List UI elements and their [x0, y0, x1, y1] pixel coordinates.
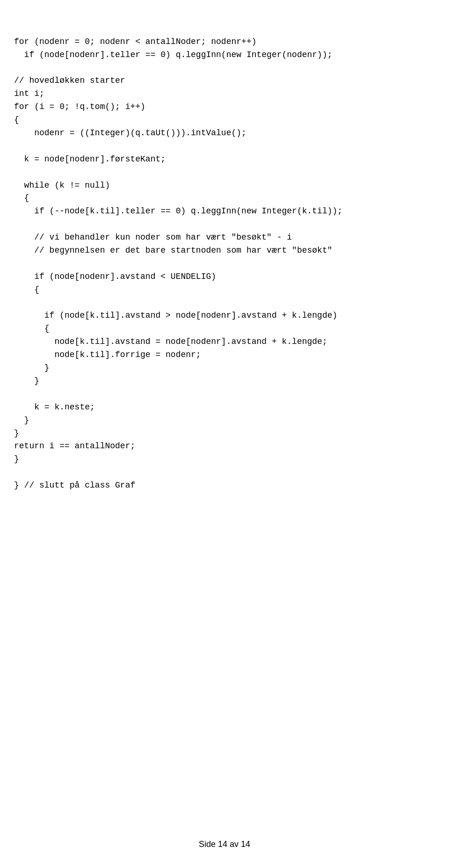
code-line: {	[14, 284, 435, 297]
code-line: nodenr = ((Integer)(q.taUt())).intValue(…	[14, 127, 435, 140]
code-line: while (k != null)	[14, 179, 435, 192]
code-line: if (node[nodenr].avstand < UENDELIG)	[14, 270, 435, 284]
code-line: // vi behandler kun noder som har vært "…	[14, 231, 435, 244]
code-line: node[k.til].forrige = nodenr;	[14, 349, 435, 362]
code-line: return i == antallNoder;	[14, 440, 435, 453]
code-line	[14, 140, 435, 153]
code-line	[14, 62, 435, 75]
page-footer: Side 14 av 14	[0, 839, 449, 849]
code-line: if (--node[k.til].teller == 0) q.leggInn…	[14, 205, 435, 218]
code-line: // hovedløkken starter	[14, 74, 435, 88]
code-line: if (node[nodenr].teller == 0) q.leggInn(…	[14, 49, 435, 62]
code-content: for (nodenr = 0; nodenr < antallNoder; n…	[14, 36, 435, 492]
page-number: Side 14 av 14	[199, 839, 250, 849]
code-block: for (nodenr = 0; nodenr < antallNoder; n…	[0, 0, 449, 552]
code-line	[14, 218, 435, 231]
code-line: }	[14, 427, 435, 440]
code-line	[14, 257, 435, 270]
code-line: }	[14, 453, 435, 466]
code-line: // begynnelsen er det bare startnoden so…	[14, 244, 435, 257]
code-line: {	[14, 114, 435, 127]
code-line: }	[14, 414, 435, 427]
code-line	[14, 166, 435, 179]
code-line	[14, 297, 435, 310]
code-line: }	[14, 362, 435, 375]
code-line: for (i = 0; !q.tom(); i++)	[14, 101, 435, 114]
code-line: } // slutt på class Graf	[14, 479, 435, 492]
code-line: int i;	[14, 88, 435, 101]
code-line: if (node[k.til].avstand > node[nodenr].a…	[14, 309, 435, 322]
code-line: node[k.til].avstand = node[nodenr].avsta…	[14, 336, 435, 349]
code-line: k = k.neste;	[14, 401, 435, 414]
code-line: for (nodenr = 0; nodenr < antallNoder; n…	[14, 36, 435, 49]
code-line	[14, 466, 435, 479]
code-line: {	[14, 322, 435, 336]
code-line: k = node[nodenr].førsteKant;	[14, 153, 435, 166]
code-line: }	[14, 375, 435, 388]
code-line: {	[14, 192, 435, 205]
code-line	[14, 388, 435, 401]
